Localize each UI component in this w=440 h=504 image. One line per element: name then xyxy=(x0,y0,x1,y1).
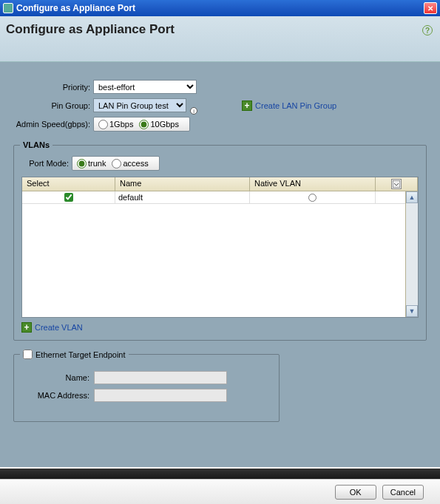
row-select-cell xyxy=(22,191,115,203)
ethernet-target-legend: Ethernet Target Endpoint xyxy=(20,350,129,359)
row-select-checkbox[interactable] xyxy=(64,193,73,202)
admin-speed-10gbps-option[interactable]: 10Gbps xyxy=(139,120,179,129)
priority-select[interactable]: best-effort xyxy=(93,80,197,94)
column-options-icon[interactable] xyxy=(391,179,402,189)
admin-speed-1gbps-option[interactable]: 1Gbps xyxy=(98,120,133,129)
scroll-up-icon[interactable]: ▲ xyxy=(406,191,418,203)
port-mode-label: Port Mode: xyxy=(21,159,72,168)
footer-buttons: OK Cancel xyxy=(0,479,440,504)
vlan-table-body: default ▲ ▼ xyxy=(22,191,418,317)
help-icon[interactable]: ? xyxy=(422,25,433,35)
header-band: Configure as Appliance Port ? xyxy=(0,16,440,62)
port-mode-trunk-option[interactable]: trunk xyxy=(77,159,106,168)
row-native-cell xyxy=(250,191,376,203)
footer: OK Cancel xyxy=(0,469,440,504)
admin-speed-radio-group: 1Gbps 10Gbps xyxy=(93,117,190,132)
row-native-radio[interactable] xyxy=(308,194,317,202)
port-mode-trunk-radio[interactable] xyxy=(77,159,87,168)
info-icon[interactable]: i xyxy=(190,107,197,115)
eth-mac-row: MAC Address: xyxy=(21,389,271,402)
eth-name-row: Name: xyxy=(21,371,271,384)
vlan-table: Select Name Native VLAN defau xyxy=(21,177,419,318)
vertical-scrollbar[interactable]: ▲ ▼ xyxy=(405,191,418,317)
pin-group-row: Pin Group: LAN Pin Group test i + Create… xyxy=(13,98,427,112)
admin-speed-10gbps-radio[interactable] xyxy=(139,120,149,129)
col-select[interactable]: Select xyxy=(22,177,115,191)
port-mode-radio-group: trunk access xyxy=(72,156,160,171)
body-area: Priority: best-effort Pin Group: LAN Pin… xyxy=(0,62,440,467)
port-mode-access-radio[interactable] xyxy=(112,159,121,168)
row-name-text: default xyxy=(118,193,143,202)
create-lan-pin-group-plus-icon[interactable]: + xyxy=(242,101,252,111)
eth-name-label: Name: xyxy=(21,373,94,382)
table-row[interactable]: default xyxy=(22,191,405,204)
pin-group-label: Pin Group: xyxy=(13,101,93,110)
app-icon xyxy=(3,3,13,13)
create-vlan-link[interactable]: Create VLAN xyxy=(35,323,83,332)
vlan-rows: default xyxy=(22,191,405,317)
ok-button[interactable]: OK xyxy=(335,485,376,500)
footer-divider xyxy=(0,469,440,479)
admin-speed-1gbps-radio[interactable] xyxy=(98,120,108,129)
ethernet-target-fieldset: Ethernet Target Endpoint Name: MAC Addre… xyxy=(13,354,280,422)
eth-mac-label: MAC Address: xyxy=(21,391,94,400)
vlans-legend: VLANs xyxy=(20,140,53,149)
col-native[interactable]: Native VLAN xyxy=(250,177,376,191)
col-options xyxy=(376,177,418,191)
scroll-down-icon[interactable]: ▼ xyxy=(406,305,418,317)
create-vlan-row: + Create VLAN xyxy=(21,322,419,333)
col-name[interactable]: Name xyxy=(115,177,250,191)
ethernet-target-checkbox[interactable] xyxy=(23,350,33,359)
create-vlan-plus-icon[interactable]: + xyxy=(21,322,32,333)
cancel-button[interactable]: Cancel xyxy=(382,485,424,500)
port-mode-access-option[interactable]: access xyxy=(112,159,148,168)
pin-group-select[interactable]: LAN Pin Group test xyxy=(93,98,186,112)
eth-name-input[interactable] xyxy=(94,371,227,384)
scroll-track[interactable] xyxy=(406,203,418,305)
priority-label: Priority: xyxy=(13,83,93,92)
page-title: Configure as Appliance Port xyxy=(6,22,434,37)
create-lan-pin-group-link[interactable]: Create LAN Pin Group xyxy=(255,101,336,110)
eth-mac-input[interactable] xyxy=(94,389,227,402)
ethernet-target-legend-text: Ethernet Target Endpoint xyxy=(35,350,126,359)
titlebar: Configure as Appliance Port ✕ xyxy=(0,0,440,16)
vlan-table-header: Select Name Native VLAN xyxy=(22,177,418,191)
window-title: Configure as Appliance Port xyxy=(16,3,135,13)
priority-row: Priority: best-effort xyxy=(13,80,427,94)
admin-speed-row: Admin Speed(gbps): 1Gbps 10Gbps xyxy=(13,117,427,132)
vlans-fieldset: VLANs Port Mode: trunk access Select Nam… xyxy=(13,145,427,341)
row-name-cell: default xyxy=(115,191,250,203)
close-button[interactable]: ✕ xyxy=(424,2,437,14)
admin-speed-label: Admin Speed(gbps): xyxy=(13,120,93,129)
svg-rect-0 xyxy=(393,180,400,188)
port-mode-row: Port Mode: trunk access xyxy=(21,156,419,171)
